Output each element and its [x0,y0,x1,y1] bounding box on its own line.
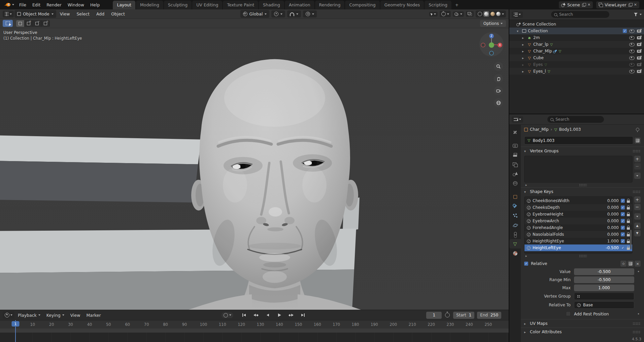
pin-icon[interactable] [636,128,639,131]
new-scene-icon[interactable] [582,3,585,6]
shape-key-row[interactable]: CheeksDepth 0.000 [524,204,632,211]
lock-icon[interactable] [627,248,630,250]
remove-vertex-group-button[interactable]: − [634,163,641,169]
outliner-row[interactable]: Eyes ▽ [509,61,644,68]
properties-tab[interactable] [509,169,521,179]
hide-in-viewport-toggle[interactable] [629,63,635,67]
properties-search-input[interactable]: Search [547,116,604,123]
end-frame-field[interactable]: End 250 [477,312,501,319]
hide-in-viewport-toggle[interactable] [629,70,635,73]
gizmo-minus-z-axis[interactable] [489,51,494,55]
play-reverse-button[interactable] [262,312,273,318]
navigation-gizmo[interactable]: Z X [479,32,504,57]
timeline-editor-type-button[interactable] [3,311,14,319]
shape-key-row[interactable]: HeightLeftEye -0.500 [524,244,632,251]
fake-user-button[interactable] [635,138,641,144]
shape-key-mute-checkbox[interactable] [621,212,625,216]
breadcrumb-object[interactable]: Char_Mlp [530,127,549,132]
overlays-dropdown[interactable] [453,11,464,17]
gizmo-minus-x-axis[interactable] [481,43,485,47]
jump-to-start-button[interactable] [239,312,249,318]
viewport-menu-item[interactable]: Object [108,10,128,18]
gizmo-y-axis[interactable] [489,42,494,48]
breadcrumb-data[interactable]: Body1.003 [559,127,581,132]
wireframe-shading-button[interactable] [478,12,482,16]
expand-icon[interactable] [522,69,526,74]
shape-key-value[interactable]: -0.500 [601,245,619,250]
shape-key-mute-checkbox[interactable] [621,205,625,210]
disable-in-render-toggle[interactable] [637,56,641,60]
lock-icon[interactable] [627,241,630,243]
add-shape-key-button[interactable]: + [634,196,641,203]
panel-grip-icon[interactable] [633,150,641,152]
properties-tab[interactable] [509,150,521,160]
active-tool-button[interactable] [3,20,13,27]
workspace-tab[interactable]: Rendering [315,1,345,9]
shape-key-mute-checkbox[interactable] [621,246,625,250]
select-mode-new[interactable] [16,20,25,27]
pivot-point-dropdown[interactable] [271,10,285,17]
shape-key-mute-checkbox[interactable] [621,199,625,203]
vertex-group-specials-button[interactable] [634,173,641,179]
collection-checkbox[interactable] [623,29,627,33]
shape-key-mute-checkbox[interactable] [621,226,625,230]
shape-keys-scrollbar[interactable] [630,230,632,249]
hide-in-viewport-toggle[interactable] [629,29,635,33]
gizmos-dropdown[interactable] [440,11,451,17]
uv-maps-section-header[interactable]: ▸ UV Maps [521,319,644,328]
properties-tab[interactable] [509,230,521,239]
previous-keyframe-button[interactable] [250,312,261,318]
edit-mode-display-button[interactable] [628,261,634,267]
expand-icon[interactable] [522,55,526,60]
properties-tab[interactable] [509,211,521,220]
toggle-projection-button[interactable] [494,98,503,107]
select-mode-extend[interactable] [25,20,33,27]
select-mode-intersect[interactable] [41,20,50,27]
topbar-menu-item[interactable]: Edit [29,1,43,9]
range-max-field[interactable]: 1.000 [574,284,634,291]
shape-key-row[interactable]: EyebrowHeight 0.000 [524,211,632,218]
shape-key-mute-checkbox[interactable] [621,232,625,236]
shape-key-row[interactable]: CheekBonesWidth 0.000 [524,197,632,204]
start-frame-field[interactable]: Start 1 [453,312,474,319]
properties-tab[interactable] [509,220,521,230]
lock-icon[interactable] [627,214,630,216]
properties-tab[interactable] [509,179,521,188]
properties-tab[interactable] [509,160,521,169]
mode-dropdown[interactable]: Object Mode [14,10,56,18]
shape-key-value[interactable]: 0.000 [601,232,619,237]
shape-keys-list[interactable]: CheekBonesWidth 0.000 CheeksDepth 0.000 [524,196,633,254]
lock-icon[interactable] [627,221,630,223]
workspace-tab[interactable]: Animation [285,1,314,9]
collapsed-arrow-icon[interactable]: ▸ [526,254,527,258]
scene-selector[interactable]: Scene × [559,1,593,8]
rendered-shading-button[interactable] [496,12,501,16]
workspace-tab[interactable]: Sculpting [164,1,192,9]
pin-shape-key-button[interactable] [620,261,626,267]
expand-icon[interactable] [522,42,526,47]
properties-tab[interactable] [509,249,521,258]
shape-key-row[interactable]: NasolabialFolds 0.000 [524,231,632,238]
disable-in-render-toggle[interactable] [637,70,641,73]
camera-view-button[interactable] [494,86,503,95]
transform-orientation-dropdown[interactable]: Global [240,10,270,18]
outliner-row[interactable]: Cube ▽ [509,54,644,61]
outliner-search-input[interactable]: Search [551,11,609,18]
jump-to-end-button[interactable] [298,312,308,318]
collapsed-arrow-icon[interactable]: ▸ [526,183,527,187]
play-button[interactable] [274,312,285,318]
shape-keys-section-header[interactable]: ▾ Shape Keys [521,187,644,196]
timeline-tracks[interactable] [0,329,509,342]
lock-icon[interactable] [627,207,630,210]
shape-key-value[interactable]: 0.000 [601,219,619,223]
disable-in-render-toggle[interactable] [637,43,641,46]
vertex-groups-list[interactable] [524,156,633,183]
vertex-group-field[interactable] [574,293,634,300]
hide-in-viewport-toggle[interactable] [629,43,635,46]
expand-icon[interactable] [522,49,526,53]
disable-in-render-toggle[interactable] [637,50,641,53]
value-slider[interactable]: -0.500 [574,268,634,275]
snapping-dropdown[interactable] [287,10,301,17]
shape-key-value[interactable]: 0.000 [601,198,619,203]
xray-toggle[interactable] [466,11,474,17]
